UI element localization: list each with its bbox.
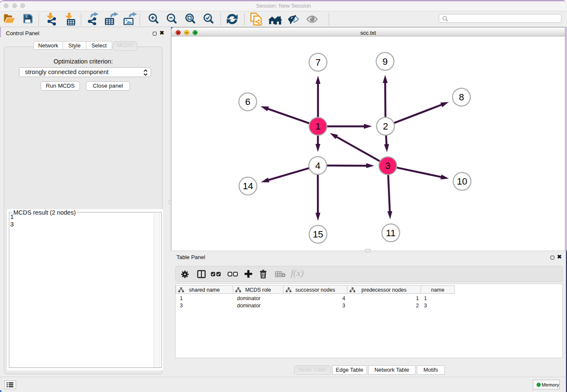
svg-text:4: 4	[315, 160, 320, 171]
svg-text:11: 11	[386, 228, 396, 238]
svg-text:7: 7	[315, 57, 320, 68]
svg-text:6: 6	[245, 97, 250, 107]
svg-text:2: 2	[383, 121, 388, 132]
svg-text:9: 9	[383, 56, 388, 67]
svg-text:1: 1	[315, 121, 320, 132]
svg-text:3: 3	[385, 160, 390, 171]
svg-text:10: 10	[457, 176, 467, 187]
svg-text:8: 8	[459, 92, 464, 102]
svg-text:14: 14	[243, 181, 253, 191]
svg-text:15: 15	[313, 229, 323, 240]
